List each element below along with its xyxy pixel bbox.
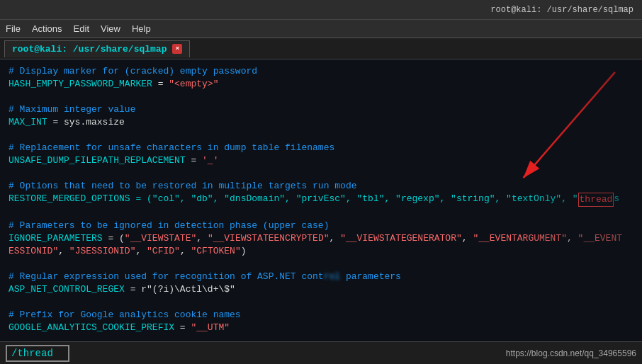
code-line-empty — [0, 296, 642, 309]
title-bar: root@kali: /usr/share/sqlmap — [0, 0, 642, 20]
code-editor: # Display marker for (cracked) empty pas… — [0, 59, 642, 341]
code-line: # Prefix for Google analytics cookie nam… — [0, 309, 642, 322]
code-line: ASP_NET_CONTROL_REGEX = r"(?i)\Actl\d+\$… — [0, 283, 642, 296]
tab-bar: root@kali: /usr/share/sqlmap × — [0, 38, 642, 59]
code-line-empty — [0, 129, 642, 142]
highlight-thread: thread — [578, 193, 614, 207]
status-bar: https://blog.csdn.net/qq_34965596 — [0, 341, 642, 364]
menu-actions[interactable]: Actions — [32, 23, 62, 34]
command-input[interactable] — [6, 345, 69, 362]
code-line: ESSIONID" , "JSESSIONID" , "CFID" , "CFT… — [0, 245, 642, 258]
var-name: HASH_EMPTY_PASSWORD_MARKER — [9, 78, 152, 91]
code-line: # Regular expression used for recognitio… — [0, 271, 642, 283]
code-line-empty — [0, 91, 642, 103]
menu-bar: File Actions Edit View Help — [0, 20, 642, 38]
tab-main[interactable]: root@kali: /usr/share/sqlmap × — [4, 40, 190, 57]
tab-close-button[interactable]: × — [172, 44, 182, 54]
menu-view[interactable]: View — [101, 23, 120, 34]
code-line: # Replacement for unsafe characters in d… — [0, 142, 642, 154]
menu-help[interactable]: Help — [132, 23, 151, 34]
code-line-empty — [0, 334, 642, 341]
code-line-empty — [0, 258, 642, 271]
tab-label: root@kali: /usr/share/sqlmap — [12, 44, 167, 55]
code-line: # Maximum integer value — [0, 103, 642, 116]
code-line: MAX_INT = sys.maxsize — [0, 116, 642, 129]
code-line: # Parameters to be ignored in detection … — [0, 220, 642, 232]
code-line: IGNORE_PARAMETERS = ( "__VIEWSTATE" , "_… — [0, 232, 642, 245]
code-line: # Options that need to be restored in mu… — [0, 180, 642, 193]
title-bar-text: root@kali: /usr/share/sqlmap — [490, 5, 633, 15]
code-line-restore: RESTORE_MERGED_OPTIONS = ("col", "db", "… — [0, 193, 642, 207]
code-line: HASH_EMPTY_PASSWORD_MARKER = "<empty>" — [0, 78, 642, 91]
code-line: GOOGLE_ANALYTICS_COOKIE_PREFIX = "__UTM" — [0, 322, 642, 334]
code-line-empty — [0, 167, 642, 180]
menu-file[interactable]: File — [6, 23, 21, 34]
status-url: https://blog.csdn.net/qq_34965596 — [506, 348, 636, 358]
code-line: UNSAFE_DUMP_FILEPATH_REPLACEMENT = '_' — [0, 154, 642, 167]
code-line-empty — [0, 207, 642, 220]
comment-text: # Display marker for (cracked) empty pas… — [9, 65, 257, 78]
menu-edit[interactable]: Edit — [74, 23, 89, 34]
code-line: # Display marker for (cracked) empty pas… — [0, 65, 642, 78]
